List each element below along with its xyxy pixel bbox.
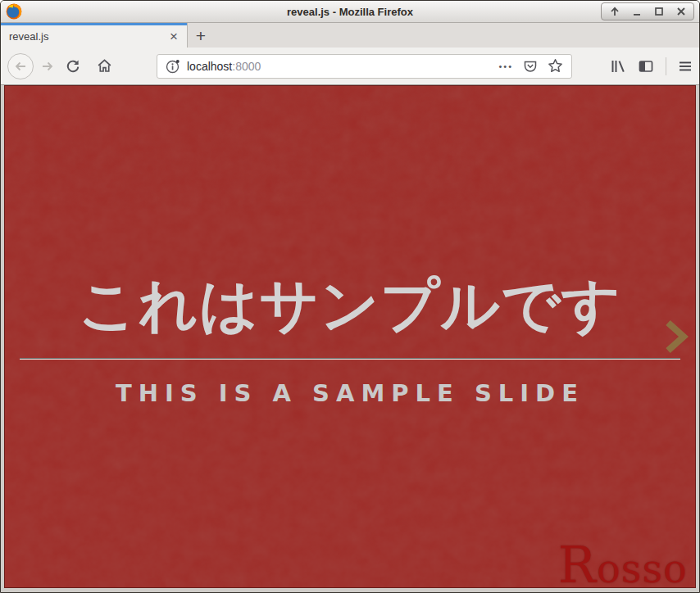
pocket-icon	[523, 59, 538, 74]
sidebar-icon	[638, 58, 654, 75]
pocket-button[interactable]	[523, 59, 538, 74]
bookmark-button[interactable]	[548, 58, 563, 74]
navigation-toolbar: localhost:8000 •••	[1, 48, 699, 85]
tab-revealjs[interactable]: reveal.js ×	[1, 23, 188, 48]
page-actions-icon[interactable]: •••	[498, 61, 513, 71]
tab-title: reveal.js	[9, 30, 167, 43]
next-slide-arrow[interactable]	[662, 319, 689, 355]
url-bar[interactable]: localhost:8000 •••	[157, 54, 572, 79]
forward-arrow-icon	[40, 59, 55, 74]
maximize-window-button[interactable]	[648, 3, 670, 20]
close-window-button[interactable]	[670, 3, 692, 20]
reveal-slide: これはサンプルです THIS IS A SAMPLE SLIDE	[5, 86, 695, 587]
slide-heading: これはサンプルです	[79, 267, 622, 345]
home-button[interactable]	[93, 55, 116, 78]
hamburger-menu-icon	[678, 59, 693, 74]
library-icon	[610, 58, 626, 75]
window-title: reveal.js - Mozilla Firefox	[1, 1, 699, 23]
window-controls	[601, 2, 694, 20]
tab-bar: reveal.js × +	[1, 23, 699, 48]
shade-icon	[609, 6, 620, 17]
shade-window-button[interactable]	[603, 3, 625, 20]
home-icon	[97, 58, 112, 74]
menu-button[interactable]	[678, 59, 693, 74]
window-frame: これはサンプルです THIS IS A SAMPLE SLIDE Rosso	[1, 85, 699, 592]
reload-icon	[66, 59, 80, 74]
window-titlebar: reveal.js - Mozilla Firefox	[1, 1, 699, 23]
forward-button[interactable]	[36, 55, 59, 78]
library-button[interactable]	[610, 58, 626, 75]
url-host: localhost	[187, 60, 232, 73]
toolbar-separator	[666, 57, 666, 75]
minimize-icon	[631, 6, 643, 17]
page-viewport: これはサンプルです THIS IS A SAMPLE SLIDE Rosso	[4, 85, 696, 588]
heading-underline	[20, 358, 680, 360]
sidebar-button[interactable]	[638, 58, 654, 75]
page-info-icon[interactable]	[166, 59, 180, 74]
theme-watermark: Rosso	[558, 536, 688, 588]
maximize-icon	[653, 6, 665, 17]
toolbar-right-tools	[598, 57, 693, 75]
slide-subtitle: THIS IS A SAMPLE SLIDE	[116, 379, 584, 407]
close-icon	[675, 6, 687, 17]
back-arrow-icon	[13, 59, 28, 74]
tab-close-icon[interactable]: ×	[167, 29, 180, 43]
back-button[interactable]	[7, 53, 34, 79]
url-text[interactable]: localhost:8000	[187, 60, 261, 73]
bookmark-star-icon	[548, 58, 563, 74]
url-port: :8000	[232, 60, 261, 73]
minimize-window-button[interactable]	[625, 3, 648, 20]
reload-button[interactable]	[61, 55, 84, 78]
firefox-window: reveal.js - Mozilla Firefox	[0, 0, 700, 593]
new-tab-button[interactable]: +	[188, 23, 214, 48]
